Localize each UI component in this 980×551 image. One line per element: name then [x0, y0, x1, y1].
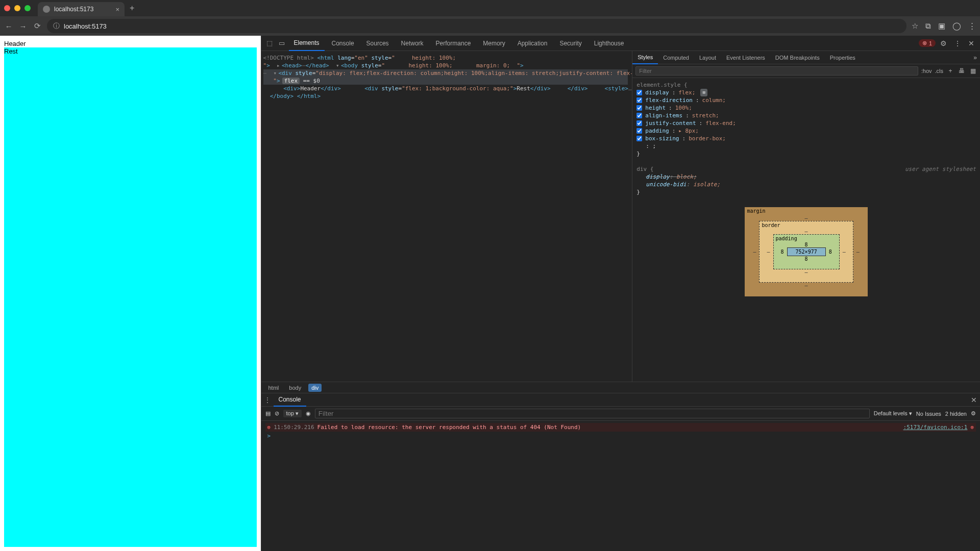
- tab-network[interactable]: Network: [396, 36, 429, 51]
- crumb-div[interactable]: div: [308, 384, 322, 392]
- selected-element[interactable]: ⋯ ▾<div style="display: flex;flex-direct…: [263, 69, 628, 85]
- bookmark-icon[interactable]: ☆: [912, 21, 918, 31]
- tab-properties[interactable]: Properties: [825, 51, 861, 64]
- execution-context-select[interactable]: top ▾: [283, 410, 302, 417]
- error-icon: ⊗: [267, 424, 271, 431]
- hov-toggle[interactable]: :hov: [921, 68, 932, 74]
- tab-layout[interactable]: Layout: [694, 51, 721, 64]
- styles-pane: Styles Computed Layout Event Listeners D…: [632, 51, 980, 382]
- prop-toggle[interactable]: [636, 136, 642, 141]
- drawer-more-icon[interactable]: ⋮: [264, 396, 271, 404]
- favicon-icon: [43, 6, 50, 13]
- minimize-window[interactable]: [14, 5, 20, 11]
- rendered-page: Header Rest: [0, 36, 261, 551]
- reload-button[interactable]: ⟳: [33, 21, 42, 31]
- prop-toggle[interactable]: [636, 90, 642, 95]
- drawer-tab-console[interactable]: Console: [274, 393, 306, 407]
- rule-selector: element.style {: [636, 81, 976, 89]
- browser-tab[interactable]: localhost:5173 ×: [38, 2, 125, 16]
- flex-badge[interactable]: flex: [282, 78, 300, 84]
- close-window[interactable]: [4, 5, 10, 11]
- hidden-count[interactable]: 2 hidden: [945, 411, 967, 417]
- issues-link[interactable]: No Issues: [916, 411, 941, 417]
- new-style-button[interactable]: +: [946, 67, 954, 74]
- tab-elements[interactable]: Elements: [289, 36, 325, 51]
- print-icon[interactable]: 🖶: [958, 67, 966, 74]
- log-levels-select[interactable]: Default levels ▾: [874, 410, 912, 417]
- tab-security[interactable]: Security: [554, 36, 586, 51]
- close-tab-icon[interactable]: ×: [115, 6, 119, 13]
- tab-styles[interactable]: Styles: [632, 51, 658, 64]
- tab-dom-breakpoints[interactable]: DOM Breakpoints: [770, 51, 825, 64]
- ua-stylesheet-note: user agent stylesheet: [905, 165, 976, 173]
- site-info-icon[interactable]: ⓘ: [53, 21, 60, 31]
- forward-button[interactable]: →: [18, 22, 28, 31]
- console-error-row[interactable]: ⊗ 11:50:29.216 Failed to load resource: …: [265, 423, 976, 432]
- prop-toggle[interactable]: [636, 105, 642, 111]
- main: Header Rest ⬚ ▭ Elements Console Sources…: [0, 36, 980, 551]
- error-timestamp: 11:50:29.216: [274, 424, 314, 431]
- prop-toggle[interactable]: [636, 128, 642, 134]
- devtools-tabs: ⬚ ▭ Elements Console Sources Network Per…: [261, 36, 981, 51]
- back-button[interactable]: ←: [4, 22, 13, 31]
- tab-memory[interactable]: Memory: [478, 36, 510, 51]
- console-prompt[interactable]: >: [265, 432, 976, 440]
- cls-toggle[interactable]: .cls: [935, 68, 944, 74]
- page-header: Header: [4, 40, 257, 47]
- prop-toggle[interactable]: [636, 120, 642, 126]
- tab-console[interactable]: Console: [327, 36, 359, 51]
- console-drawer: ⋮ Console ✕ ▤ ⊘ top ▾ ◉ Default levels ▾…: [261, 393, 981, 551]
- computed-toggle-icon[interactable]: ▦: [969, 67, 977, 74]
- tab-title: localhost:5173: [54, 6, 93, 13]
- prop-toggle[interactable]: [636, 97, 642, 103]
- devtools-settings-icon[interactable]: ⚙: [938, 39, 949, 47]
- console-clear-icon[interactable]: ⊘: [275, 410, 279, 417]
- box-content: 752×977: [787, 247, 826, 256]
- titlebar: localhost:5173 × +: [0, 0, 980, 16]
- live-expression-icon[interactable]: ◉: [306, 410, 311, 417]
- styles-filter-input[interactable]: [635, 66, 918, 76]
- tab-performance[interactable]: Performance: [431, 36, 476, 51]
- prop-toggle[interactable]: [636, 113, 642, 118]
- extensions-icon[interactable]: ⧉: [925, 21, 931, 31]
- page-rest: Rest: [4, 47, 257, 547]
- window-controls: [4, 5, 31, 11]
- breadcrumb: html body div: [261, 382, 981, 393]
- new-prop-line[interactable]: : ;: [646, 142, 656, 150]
- box-model[interactable]: margin – – border – – padding: [632, 199, 980, 305]
- styles-overflow-icon[interactable]: »: [970, 54, 980, 61]
- style-rules[interactable]: element.style { display: flex; ⊞ flex-di…: [632, 78, 980, 199]
- new-tab-button[interactable]: +: [130, 4, 134, 13]
- devtools-more-icon[interactable]: ⋮: [951, 39, 964, 47]
- devtools: ⬚ ▭ Elements Console Sources Network Per…: [261, 36, 981, 551]
- chrome-menu-icon[interactable]: ⋮: [968, 21, 976, 31]
- toolbar: ← → ⟳ ⓘ localhost:5173 ☆ ⧉ ▣ ◯ ⋮: [0, 16, 980, 36]
- console-filter-input[interactable]: [315, 409, 870, 418]
- error-source-link[interactable]: :5173/favicon.ico:1: [903, 424, 968, 431]
- drawer-close-icon[interactable]: ✕: [971, 396, 977, 404]
- profile-icon[interactable]: ◯: [952, 21, 961, 31]
- inspect-icon[interactable]: ⬚: [264, 39, 275, 47]
- dom-tree[interactable]: <!DOCTYPE html> <html lang="en" style=" …: [261, 51, 632, 382]
- console-settings-icon[interactable]: ⚙: [971, 410, 976, 417]
- crumb-html[interactable]: html: [265, 384, 282, 392]
- device-toggle-icon[interactable]: ▭: [277, 39, 287, 47]
- side-panel-icon[interactable]: ▣: [938, 21, 945, 31]
- error-counter[interactable]: ⊗ 1: [919, 39, 936, 47]
- tab-event-listeners[interactable]: Event Listeners: [721, 51, 770, 64]
- maximize-window[interactable]: [24, 5, 31, 11]
- devtools-close-icon[interactable]: ✕: [966, 39, 977, 47]
- crumb-body[interactable]: body: [286, 384, 304, 392]
- tab-sources[interactable]: Sources: [361, 36, 394, 51]
- tab-lighthouse[interactable]: Lighthouse: [589, 36, 629, 51]
- address-bar[interactable]: ⓘ localhost:5173: [47, 19, 906, 33]
- console-sidebar-icon[interactable]: ▤: [265, 410, 271, 417]
- tab-application[interactable]: Application: [512, 36, 553, 51]
- doctype: <!DOCTYPE html>: [263, 55, 314, 61]
- error-badge-icon: ⊗: [970, 424, 974, 431]
- error-message: Failed to load resource: the server resp…: [317, 424, 581, 431]
- tab-computed[interactable]: Computed: [658, 51, 694, 64]
- url-text: localhost:5173: [64, 22, 107, 30]
